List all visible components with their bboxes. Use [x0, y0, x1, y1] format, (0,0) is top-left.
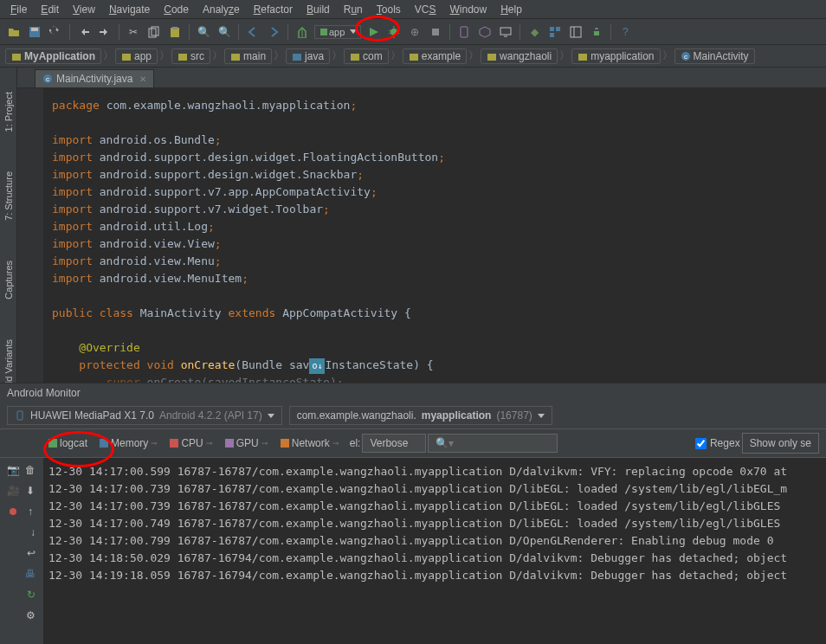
device-selector[interactable]: HUAWEI MediaPad X1 7.0 Android 4.2.2 (AP…: [7, 406, 282, 425]
wrap-icon[interactable]: ↩: [4, 544, 39, 562]
monitor-icon[interactable]: [497, 23, 514, 41]
bc-example[interactable]: example: [403, 48, 467, 64]
menu-vcs[interactable]: VCS: [408, 2, 443, 17]
tab-close-icon[interactable]: ✕: [139, 74, 146, 84]
tab-cpu[interactable]: CPU⊸: [165, 435, 217, 452]
down-icon[interactable]: ↓: [4, 524, 39, 541]
svg-rect-24: [122, 54, 131, 61]
print-icon[interactable]: 🖶: [4, 565, 39, 583]
android-monitor-panel: Android Monitor HUAWEI MediaPad X1 7.0 A…: [0, 383, 826, 644]
bc-main[interactable]: main: [224, 48, 272, 64]
log-output[interactable]: 12-30 14:17:00.599 16787-16787/com.examp…: [43, 458, 826, 644]
log-toolbar: 📷 🗑 🎥 ⬇ ↑ ↓ ↩ 🖶 ↻ ⚙: [0, 458, 43, 644]
menu-help[interactable]: Help: [494, 2, 529, 17]
forward-icon[interactable]: [265, 23, 282, 41]
menu-build[interactable]: Build: [300, 2, 337, 17]
filter-selector[interactable]: Show only se: [742, 433, 819, 454]
open-icon[interactable]: [5, 23, 23, 41]
avd-icon[interactable]: [455, 23, 473, 41]
log-search-input[interactable]: 🔍▾: [428, 434, 558, 453]
rail-structure[interactable]: 7: Structure: [3, 164, 15, 228]
svg-rect-6: [320, 29, 327, 35]
cut-icon[interactable]: ✂: [125, 23, 142, 41]
dropdown-icon: [268, 414, 274, 418]
bc-com[interactable]: com: [344, 48, 389, 64]
android-icon[interactable]: [588, 23, 605, 41]
svg-line-10: [389, 30, 390, 31]
paste-icon[interactable]: [166, 23, 184, 41]
stop-icon[interactable]: [427, 23, 444, 41]
sdk-icon[interactable]: [476, 23, 494, 41]
scroll-end-icon[interactable]: ⬇: [23, 482, 37, 499]
menu-bar: File Edit View Navigate Code Analyze Ref…: [0, 0, 826, 19]
bc-module[interactable]: app: [115, 48, 158, 64]
svg-rect-25: [178, 54, 187, 61]
tab-mainactivity[interactable]: c MainActivity.java ✕: [35, 69, 154, 87]
find-icon[interactable]: 🔍: [195, 23, 212, 41]
help-icon[interactable]: ?: [616, 23, 634, 41]
menu-tools[interactable]: Tools: [370, 2, 408, 17]
bc-java[interactable]: java: [286, 48, 330, 64]
rail-project[interactable]: 1: Project: [3, 85, 15, 138]
svg-rect-28: [351, 54, 359, 61]
menu-navigate[interactable]: Navigate: [102, 2, 157, 17]
replace-icon[interactable]: 🔍: [216, 23, 233, 41]
run-config-selector[interactable]: app: [314, 25, 361, 39]
dropdown-icon: [350, 29, 357, 34]
menu-edit[interactable]: Edit: [34, 2, 66, 17]
log-level-selector[interactable]: Verbose: [362, 434, 426, 453]
regex-checkbox[interactable]: Regex: [695, 437, 740, 449]
screenshot-icon[interactable]: 📷: [6, 461, 20, 479]
tab-network[interactable]: Network⊸: [275, 435, 345, 452]
terminate-icon[interactable]: [6, 503, 20, 520]
bc-class[interactable]: cMainActivity: [674, 48, 755, 64]
bc-wangzhaoli[interactable]: wangzhaoli: [481, 48, 558, 64]
svg-rect-20: [550, 33, 554, 37]
layout-icon[interactable]: [567, 23, 584, 41]
gpu-icon: [225, 439, 234, 448]
svg-rect-31: [578, 54, 587, 61]
trash-icon[interactable]: 🗑: [23, 461, 37, 479]
tab-memory[interactable]: Memory⊸: [94, 435, 163, 452]
sync-icon[interactable]: [47, 23, 64, 41]
process-selector[interactable]: com.example.wangzhaoli.myapplication (16…: [289, 406, 552, 425]
undo-icon[interactable]: [75, 23, 93, 41]
svg-rect-27: [293, 54, 301, 61]
bc-src[interactable]: src: [171, 48, 210, 64]
tab-gpu[interactable]: GPU⊸: [220, 435, 274, 452]
record-icon[interactable]: 🎥: [6, 482, 20, 499]
run-button[interactable]: [365, 23, 382, 41]
device-icon: [15, 410, 25, 421]
cpu-icon: [170, 439, 178, 448]
restart-icon[interactable]: ↻: [4, 586, 39, 603]
memory-icon: [100, 439, 108, 448]
debug-button[interactable]: [385, 23, 403, 41]
svg-rect-23: [12, 54, 21, 61]
attach-icon[interactable]: ⊕: [406, 23, 423, 41]
menu-window[interactable]: Window: [442, 2, 494, 17]
save-icon[interactable]: [26, 23, 43, 41]
structure-icon[interactable]: [546, 23, 564, 41]
menu-file[interactable]: File: [3, 2, 34, 17]
menu-run[interactable]: Run: [337, 2, 370, 17]
gradle-icon[interactable]: ◆: [526, 23, 543, 41]
menu-view[interactable]: View: [66, 2, 102, 17]
redo-icon[interactable]: [96, 23, 113, 41]
rail-captures[interactable]: Captures: [3, 254, 15, 306]
svg-rect-36: [17, 411, 23, 420]
tab-logcat[interactable]: logcat: [43, 435, 93, 452]
override-gutter-icon[interactable]: o↓: [309, 358, 325, 374]
breadcrumb-bar: MyApplication〉 app〉 src〉 main〉 java〉 com…: [0, 45, 826, 68]
menu-refactor[interactable]: Refactor: [247, 2, 300, 17]
make-icon[interactable]: [294, 23, 311, 41]
settings-icon[interactable]: ⚙: [4, 607, 39, 624]
bc-myapp[interactable]: myapplication: [571, 48, 660, 64]
menu-analyze[interactable]: Analyze: [196, 2, 247, 17]
bc-project[interactable]: MyApplication: [5, 48, 101, 64]
up-icon[interactable]: ↑: [23, 503, 37, 520]
svg-text:c: c: [684, 53, 687, 61]
back-icon[interactable]: [244, 23, 261, 41]
copy-icon[interactable]: [145, 23, 163, 41]
menu-code[interactable]: Code: [157, 2, 196, 17]
svg-line-12: [389, 33, 390, 34]
